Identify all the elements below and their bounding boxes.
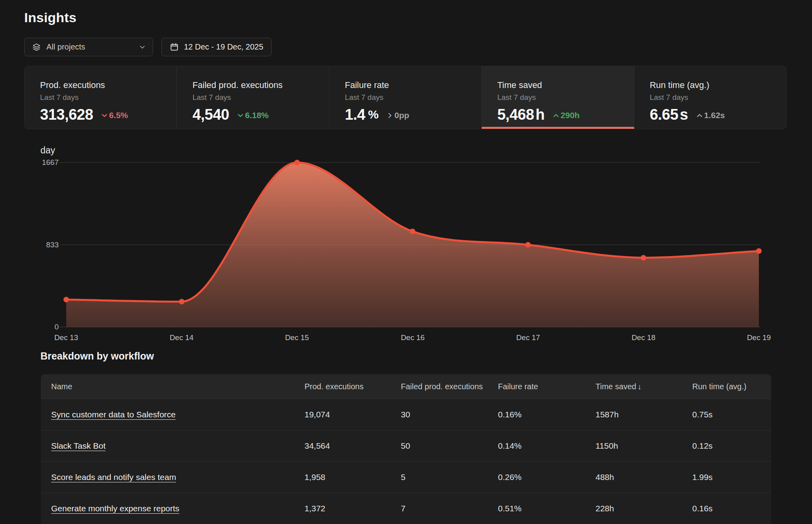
chevron-down-icon bbox=[138, 43, 146, 51]
workflow-link[interactable]: Score leads and notify sales team bbox=[51, 472, 176, 482]
card-subtitle: Last 7 days bbox=[345, 93, 481, 102]
delta-badge: 1.62s bbox=[696, 111, 725, 120]
card-value-row: 6.65 s 1.62s bbox=[650, 107, 786, 122]
metric-card-prod-executions[interactable]: Prod. executions Last 7 days 313,628 6.5… bbox=[25, 66, 177, 129]
x-axis-label: Dec 13 bbox=[34, 333, 98, 342]
cell-prod_executions: 1,372 bbox=[304, 504, 401, 513]
y-axis-label: 1667 bbox=[0, 159, 59, 166]
card-title: Run time (avg.) bbox=[650, 80, 786, 90]
x-axis-label: Dec 19 bbox=[727, 333, 791, 342]
card-value: 5,468 bbox=[497, 107, 534, 122]
cell-time_saved: 1150h bbox=[596, 441, 692, 451]
column-header-name[interactable]: Name bbox=[41, 382, 304, 391]
cell-failed_executions: 50 bbox=[401, 441, 498, 451]
delta-value: 1.62s bbox=[704, 111, 725, 120]
card-title: Failed prod. executions bbox=[192, 80, 329, 90]
cell-prod_executions: 1,958 bbox=[304, 472, 401, 482]
card-subtitle: Last 7 days bbox=[497, 93, 634, 102]
delta-value: 6.18% bbox=[245, 111, 269, 120]
cell-prod_executions: 34,564 bbox=[304, 441, 401, 451]
column-header-prod-executions[interactable]: Prod. executions bbox=[304, 382, 401, 391]
line-series bbox=[66, 163, 759, 302]
card-value: 6.65 bbox=[650, 107, 678, 122]
column-header-failed-prod-executions[interactable]: Failed prod. executions bbox=[401, 382, 498, 391]
metric-card-failed-prod-executions[interactable]: Failed prod. executions Last 7 days 4,54… bbox=[177, 66, 329, 129]
cell-name: Generate monthly expense reports bbox=[41, 504, 304, 513]
date-range-label: 12 Dec - 19 Dec, 2025 bbox=[184, 42, 263, 52]
x-axis-label: Dec 15 bbox=[265, 333, 329, 342]
card-title: Time saved bbox=[497, 80, 634, 90]
chart-unit-label: day bbox=[40, 145, 55, 156]
area-fill bbox=[66, 163, 759, 327]
trend-right-icon bbox=[386, 112, 394, 119]
table-row: Slack Task Bot34,564500.14%1150h0.12s bbox=[41, 430, 771, 461]
cell-failure_rate: 0.26% bbox=[498, 472, 596, 482]
card-title: Prod. executions bbox=[40, 80, 176, 90]
table-row: Sync customer data to Salesforce19,07430… bbox=[41, 399, 771, 430]
card-value-row: 4,540 6.18% bbox=[192, 107, 329, 122]
x-axis-label: Dec 18 bbox=[612, 333, 675, 342]
card-value: 313,628 bbox=[40, 107, 93, 122]
table-header: NameProd. executionsFailed prod. executi… bbox=[41, 374, 771, 399]
x-axis-label: Dec 17 bbox=[496, 333, 560, 342]
card-title: Failure rate bbox=[345, 80, 481, 90]
column-header-run-time-avg[interactable]: Run time (avg.) bbox=[692, 382, 771, 391]
cell-failed_executions: 30 bbox=[401, 410, 498, 419]
section-heading: Breakdown by workflow bbox=[40, 350, 154, 362]
card-value-row: 5,468 h 290h bbox=[497, 107, 634, 122]
card-value-row: 313,628 6.5% bbox=[40, 107, 176, 122]
cell-name: Sync customer data to Salesforce bbox=[41, 410, 304, 419]
cell-run_time: 0.16s bbox=[692, 504, 771, 513]
card-value-row: 1.4 % 0pp bbox=[345, 107, 481, 122]
metric-cards-row: Prod. executions Last 7 days 313,628 6.5… bbox=[24, 66, 787, 129]
trend-up-icon bbox=[552, 112, 560, 119]
y-axis-label: 0 bbox=[0, 323, 59, 331]
metric-card-run-time-avg[interactable]: Run time (avg.) Last 7 days 6.65 s 1.62s bbox=[634, 66, 786, 129]
workflow-link[interactable]: Slack Task Bot bbox=[51, 441, 105, 450]
delta-badge: 6.18% bbox=[237, 111, 269, 120]
y-axis-label: 833 bbox=[0, 241, 59, 249]
card-subtitle: Last 7 days bbox=[40, 93, 176, 102]
x-axis-label: Dec 16 bbox=[381, 333, 444, 342]
workflow-link[interactable]: Sync customer data to Salesforce bbox=[51, 410, 176, 419]
chart-gridlines bbox=[59, 163, 760, 327]
card-value-unit: % bbox=[368, 109, 379, 120]
delta-value: 6.5% bbox=[109, 111, 128, 120]
cell-failed_executions: 5 bbox=[401, 472, 498, 482]
cell-failure_rate: 0.16% bbox=[498, 410, 596, 419]
x-axis-label: Dec 14 bbox=[150, 333, 213, 342]
card-subtitle: Last 7 days bbox=[192, 93, 329, 102]
project-filter-dropdown[interactable]: All projects bbox=[24, 38, 153, 56]
column-header-time-saved[interactable]: Time saved↓ bbox=[596, 382, 692, 391]
calendar-icon bbox=[170, 42, 179, 52]
delta-value: 290h bbox=[561, 111, 580, 120]
cell-run_time: 1.99s bbox=[692, 472, 771, 482]
cell-name: Slack Task Bot bbox=[41, 441, 304, 451]
layers-icon bbox=[32, 43, 41, 52]
table-row: Score leads and notify sales team1,95850… bbox=[41, 461, 771, 493]
project-filter-label: All projects bbox=[46, 42, 85, 52]
cell-failure_rate: 0.14% bbox=[498, 441, 596, 451]
cell-time_saved: 1587h bbox=[596, 410, 692, 419]
card-value: 4,540 bbox=[192, 107, 229, 122]
sort-descending-icon: ↓ bbox=[638, 382, 642, 391]
workflow-breakdown-table: NameProd. executionsFailed prod. executi… bbox=[41, 374, 771, 524]
date-range-picker[interactable]: 12 Dec - 19 Dec, 2025 bbox=[161, 38, 272, 56]
cell-failure_rate: 0.51% bbox=[498, 504, 596, 513]
filter-bar: All projects 12 Dec - 19 Dec, 2025 bbox=[24, 38, 272, 56]
workflow-link[interactable]: Generate monthly expense reports bbox=[51, 504, 179, 513]
metric-card-failure-rate[interactable]: Failure rate Last 7 days 1.4 % 0pp bbox=[329, 66, 482, 129]
cell-failed_executions: 7 bbox=[401, 504, 498, 513]
trend-down-icon bbox=[101, 112, 108, 119]
delta-badge: 0pp bbox=[386, 111, 409, 120]
cell-run_time: 0.12s bbox=[692, 441, 771, 451]
cell-time_saved: 228h bbox=[596, 504, 692, 513]
card-value-unit: s bbox=[680, 107, 688, 122]
delta-value: 0pp bbox=[395, 111, 409, 120]
table-row: Generate monthly expense reports1,37270.… bbox=[41, 493, 771, 524]
trend-down-icon bbox=[237, 112, 244, 119]
metric-card-time-saved[interactable]: Time saved Last 7 days 5,468 h 290h bbox=[482, 66, 634, 129]
column-header-failure-rate[interactable]: Failure rate bbox=[498, 382, 596, 391]
card-value-unit: h bbox=[536, 107, 545, 122]
delta-badge: 6.5% bbox=[101, 111, 128, 120]
